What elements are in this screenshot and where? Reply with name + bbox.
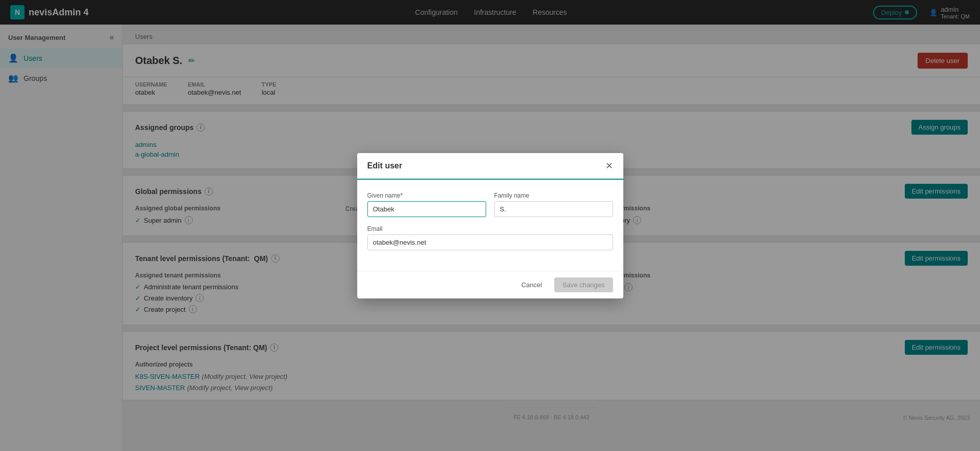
cancel-button[interactable]: Cancel [515,277,548,292]
family-name-input[interactable] [494,201,613,217]
modal-title: Edit user [367,161,402,170]
edit-user-modal: Edit user ✕ Given name* Family name Emai… [357,153,623,298]
email-group: Email [367,225,613,250]
email-label: Email [367,225,613,232]
given-name-label: Given name* [367,192,486,199]
modal-header: Edit user ✕ [357,153,623,180]
modal-overlay[interactable]: Edit user ✕ Given name* Family name Emai… [0,0,980,451]
given-name-group: Given name* [367,192,486,217]
modal-close-button[interactable]: ✕ [605,161,613,170]
family-name-group: Family name [494,192,613,217]
modal-footer: Cancel Save changes [357,271,623,298]
family-name-label: Family name [494,192,613,199]
email-input[interactable] [367,234,613,250]
given-name-input[interactable] [367,201,486,217]
modal-body: Given name* Family name Email [357,180,623,271]
name-form-row: Given name* Family name [367,192,613,217]
save-changes-button[interactable]: Save changes [554,277,613,292]
